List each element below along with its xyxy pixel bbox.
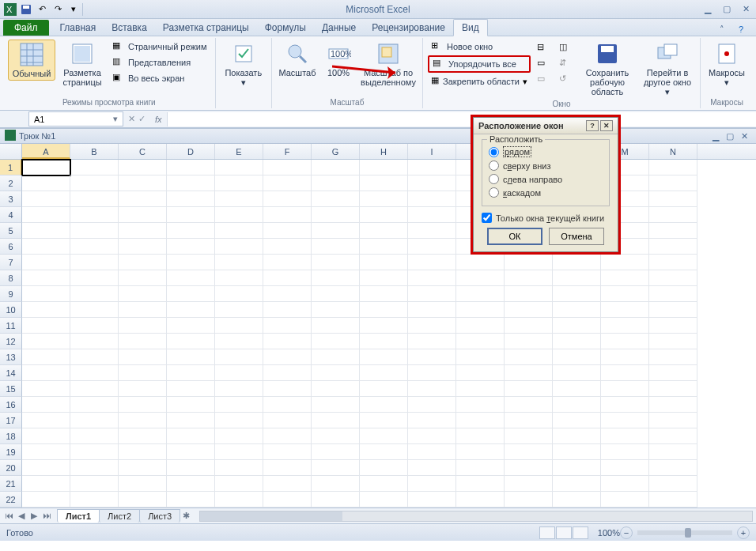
cell[interactable] xyxy=(263,270,312,286)
cell[interactable] xyxy=(119,191,167,207)
cell[interactable] xyxy=(215,160,263,175)
cell[interactable] xyxy=(312,160,360,175)
cell[interactable] xyxy=(215,349,263,365)
cell[interactable] xyxy=(649,492,697,508)
cell[interactable] xyxy=(649,381,697,397)
cell[interactable] xyxy=(263,428,312,444)
cell[interactable] xyxy=(215,381,263,397)
view-page-layout-icon[interactable] xyxy=(556,526,572,539)
cell[interactable] xyxy=(167,286,215,302)
cell[interactable] xyxy=(70,318,119,334)
cell[interactable] xyxy=(22,175,70,191)
cell[interactable] xyxy=(263,413,312,428)
col-head-F[interactable]: F xyxy=(263,144,312,159)
cell[interactable] xyxy=(263,255,312,270)
cell[interactable] xyxy=(22,397,70,413)
cell[interactable] xyxy=(408,444,456,460)
cell[interactable] xyxy=(263,160,312,175)
horizontal-scrollbar[interactable] xyxy=(199,511,753,522)
name-box[interactable]: A1▾ xyxy=(28,111,123,126)
row-head-9[interactable]: 9 xyxy=(0,286,22,302)
ribbon-minimize-icon[interactable]: ˄ xyxy=(715,23,729,36)
cell[interactable] xyxy=(167,349,215,365)
cell[interactable] xyxy=(119,239,167,255)
cell[interactable] xyxy=(601,365,649,381)
cell[interactable] xyxy=(70,223,119,239)
cell[interactable] xyxy=(553,428,601,444)
cell[interactable] xyxy=(408,207,456,223)
cell[interactable] xyxy=(215,270,263,286)
row-head-16[interactable]: 16 xyxy=(0,397,22,413)
cell[interactable] xyxy=(553,349,601,365)
cell[interactable] xyxy=(601,413,649,428)
cell[interactable] xyxy=(649,413,697,428)
cell[interactable] xyxy=(408,492,456,508)
cell[interactable] xyxy=(167,255,215,270)
cell[interactable] xyxy=(649,286,697,302)
normal-view-button[interactable]: Обычный xyxy=(8,40,55,81)
cell[interactable] xyxy=(263,460,312,476)
col-head-C[interactable]: C xyxy=(119,144,167,159)
cell[interactable] xyxy=(408,160,456,175)
cell[interactable] xyxy=(456,286,505,302)
cell[interactable] xyxy=(505,286,553,302)
radio-cascade[interactable]: каскадом xyxy=(489,186,603,199)
row-head-19[interactable]: 19 xyxy=(0,444,22,460)
cell[interactable] xyxy=(22,476,70,492)
cell[interactable] xyxy=(360,476,408,492)
cell[interactable] xyxy=(553,334,601,349)
cell[interactable] xyxy=(263,476,312,492)
cell[interactable] xyxy=(22,365,70,381)
cancel-formula-icon[interactable]: ✕ xyxy=(128,114,135,124)
cell[interactable] xyxy=(553,286,601,302)
cell[interactable] xyxy=(119,223,167,239)
col-head-B[interactable]: B xyxy=(70,144,119,159)
cell[interactable] xyxy=(360,460,408,476)
cell[interactable] xyxy=(70,365,119,381)
cell[interactable] xyxy=(263,175,312,191)
cell[interactable] xyxy=(312,397,360,413)
cell[interactable] xyxy=(601,476,649,492)
view-page-break-icon[interactable] xyxy=(573,526,588,539)
cell[interactable] xyxy=(456,349,505,365)
row-head-5[interactable]: 5 xyxy=(0,223,22,239)
zoom-button[interactable]: Масштаб xyxy=(277,40,318,79)
sheet-last-icon[interactable]: ⏭ xyxy=(41,511,52,521)
cell[interactable] xyxy=(601,397,649,413)
cell[interactable] xyxy=(360,334,408,349)
cell[interactable] xyxy=(167,318,215,334)
cell[interactable] xyxy=(119,160,167,175)
cell[interactable] xyxy=(456,302,505,318)
sheet-next-icon[interactable]: ▶ xyxy=(28,511,40,521)
cell[interactable] xyxy=(505,255,553,270)
zoom-in-icon[interactable]: + xyxy=(737,526,750,539)
cell[interactable] xyxy=(649,255,697,270)
cell[interactable] xyxy=(167,476,215,492)
cell[interactable] xyxy=(408,239,456,255)
cell[interactable] xyxy=(167,239,215,255)
cell[interactable] xyxy=(408,365,456,381)
cell[interactable] xyxy=(167,444,215,460)
cell[interactable] xyxy=(312,492,360,508)
cell[interactable] xyxy=(601,460,649,476)
cell[interactable] xyxy=(22,444,70,460)
cell[interactable] xyxy=(215,444,263,460)
cell[interactable] xyxy=(167,270,215,286)
tab-formulas[interactable]: Формулы xyxy=(257,20,314,36)
enter-formula-icon[interactable]: ✓ xyxy=(138,114,146,124)
radio-vertical[interactable]: слева направо xyxy=(489,172,603,186)
cell[interactable] xyxy=(167,413,215,428)
cell[interactable] xyxy=(119,444,167,460)
cell[interactable] xyxy=(263,286,312,302)
cell[interactable] xyxy=(553,270,601,286)
cell[interactable] xyxy=(408,397,456,413)
cell[interactable] xyxy=(505,444,553,460)
cell[interactable] xyxy=(70,270,119,286)
row-head-13[interactable]: 13 xyxy=(0,349,22,365)
row-head-8[interactable]: 8 xyxy=(0,270,22,286)
cell[interactable] xyxy=(263,223,312,239)
close-icon[interactable]: ✕ xyxy=(739,3,753,16)
radio-horizontal[interactable]: сверху вниз xyxy=(489,159,603,172)
cell[interactable] xyxy=(119,302,167,318)
hscroll-thumb[interactable] xyxy=(200,511,342,521)
